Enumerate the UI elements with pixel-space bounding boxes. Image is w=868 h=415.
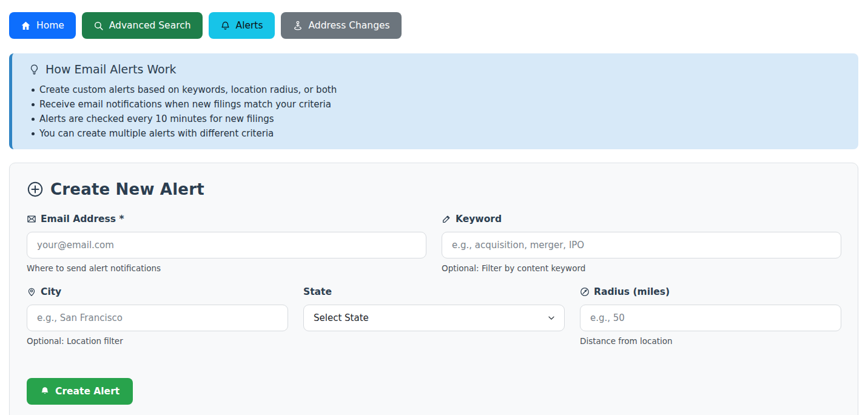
person-pin-icon xyxy=(292,20,303,31)
top-nav: Home Advanced Search Alerts Address Chan… xyxy=(9,12,858,39)
form-row-email-keyword: Email Address * Where to send alert noti… xyxy=(27,214,841,273)
map-pin-icon xyxy=(27,287,36,297)
bell-filled-icon xyxy=(40,386,50,396)
compass-icon xyxy=(580,287,590,297)
city-field-group: City Optional: Location filter xyxy=(27,286,288,346)
nav-address-changes-button[interactable]: Address Changes xyxy=(281,12,402,39)
radius-field-group: Radius (miles) Distance from location xyxy=(580,286,841,346)
state-select[interactable]: Select State xyxy=(303,305,565,331)
nav-home-button[interactable]: Home xyxy=(9,12,76,39)
form-row-location: City Optional: Location filter State Sel… xyxy=(27,286,841,346)
state-select-wrap: Select State xyxy=(303,305,565,331)
email-label-text: Email Address * xyxy=(41,214,124,224)
how-alerts-work-info-box: How Email Alerts Work Create custom aler… xyxy=(9,53,858,149)
nav-advanced-search-label: Advanced Search xyxy=(109,20,191,31)
keyword-field-group: Keyword Optional: Filter by content keyw… xyxy=(442,214,841,273)
create-alert-button[interactable]: Create Alert xyxy=(27,378,133,405)
radius-helper-text: Distance from location xyxy=(580,336,841,346)
lightbulb-icon xyxy=(29,64,40,75)
nav-advanced-search-button[interactable]: Advanced Search xyxy=(82,12,203,39)
info-bullet-4: You can create multiple alerts with diff… xyxy=(29,126,844,141)
plus-circle-icon xyxy=(27,181,44,198)
keyword-label: Keyword xyxy=(442,214,841,224)
create-alert-button-label: Create Alert xyxy=(55,386,119,397)
info-bullet-3: Alerts are checked every 10 minutes for … xyxy=(29,112,844,126)
email-label: Email Address * xyxy=(27,214,426,224)
radius-label: Radius (miles) xyxy=(580,286,841,297)
envelope-icon xyxy=(27,214,36,224)
info-bullet-list: Create custom alerts based on keywords, … xyxy=(29,83,844,141)
nav-alerts-button[interactable]: Alerts xyxy=(209,12,275,39)
info-box-title: How Email Alerts Work xyxy=(45,62,177,76)
nav-address-changes-label: Address Changes xyxy=(309,20,390,31)
create-alert-form: Email Address * Where to send alert noti… xyxy=(27,214,841,405)
create-alert-card: Create New Alert Email Address * Where t… xyxy=(9,163,858,415)
card-title-row: Create New Alert xyxy=(27,180,841,198)
radius-label-text: Radius (miles) xyxy=(594,286,670,297)
state-label-text: State xyxy=(303,286,332,297)
keyword-helper-text: Optional: Filter by content keyword xyxy=(442,263,841,273)
nav-alerts-label: Alerts xyxy=(236,20,263,31)
state-field-group: State Select State xyxy=(303,286,565,346)
email-input[interactable] xyxy=(27,232,426,258)
city-input[interactable] xyxy=(27,305,288,331)
info-title-row: How Email Alerts Work xyxy=(29,62,844,76)
state-label: State xyxy=(303,286,565,297)
city-label-text: City xyxy=(41,286,61,297)
keyword-label-text: Keyword xyxy=(456,214,502,224)
search-icon xyxy=(93,21,104,31)
email-helper-text: Where to send alert notifications xyxy=(27,263,426,273)
info-bullet-1: Create custom alerts based on keywords, … xyxy=(29,83,844,97)
radius-input[interactable] xyxy=(580,305,841,331)
keyword-input[interactable] xyxy=(442,232,841,258)
city-label: City xyxy=(27,286,288,297)
pencil-icon xyxy=(442,214,451,224)
home-icon xyxy=(21,21,31,31)
city-helper-text: Optional: Location filter xyxy=(27,336,288,346)
email-field-group: Email Address * Where to send alert noti… xyxy=(27,214,426,273)
card-title: Create New Alert xyxy=(50,180,204,198)
info-bullet-2: Receive email notifications when new fil… xyxy=(29,97,844,112)
bell-icon xyxy=(220,21,230,31)
nav-home-label: Home xyxy=(36,20,64,31)
